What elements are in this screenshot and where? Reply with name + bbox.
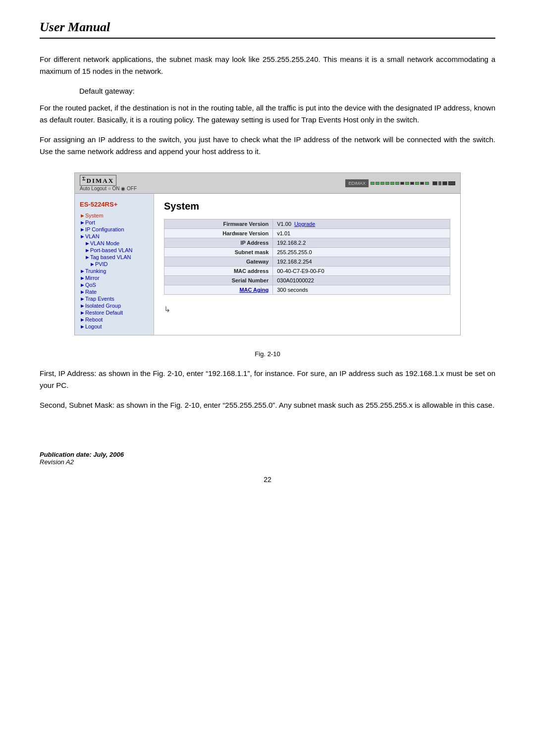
mac-aging-link[interactable]: MAC Aging [239, 287, 268, 293]
label-subnet: Subnet mask [164, 248, 273, 257]
sidebar-item-vlan[interactable]: ►VLAN [75, 233, 154, 240]
table-row: Subnet mask 255.255.255.0 [164, 248, 450, 257]
switch-panel: EDIMAX [345, 179, 455, 187]
cursor-indicator: ↳ [164, 305, 450, 314]
paragraph-5: Second, Subnet Mask: as shown in the Fig… [40, 399, 495, 411]
publication-date: Publication date: July, 2006 [40, 451, 495, 458]
label-mac-aging[interactable]: MAC Aging [164, 285, 273, 295]
value-mac-aging: 300 seconds [273, 285, 450, 295]
sidebar-item-tag-vlan[interactable]: ►Tag based VLAN [75, 254, 154, 261]
sidebar-item-trap[interactable]: ►Trap Events [75, 295, 154, 302]
system-table: Firmware Version V1.00 Upgrade Hardware … [164, 219, 450, 295]
sidebar-item-trunking[interactable]: ►Trunking [75, 268, 154, 274]
screenshot-figure: ΣDIMAX Auto Logout ○ ON ◉ OFF EDIMAX [74, 172, 461, 335]
sidebar-item-isolated[interactable]: ►Isolated Group [75, 302, 154, 309]
label-ip: IP Address [164, 238, 273, 248]
table-row: Serial Number 030A01000022 [164, 276, 450, 285]
sidebar-item-port[interactable]: ►Port [75, 219, 154, 226]
sidebar-item-port-vlan[interactable]: ►Port-based VLAN [75, 247, 154, 254]
port-indicators [371, 181, 455, 185]
paragraph-1: For different network applications, the … [40, 54, 495, 77]
page-number: 22 [40, 476, 495, 484]
table-row: MAC Aging 300 seconds [164, 285, 450, 295]
label-gateway: Gateway [164, 257, 273, 267]
edimax-logo: ΣDIMAX Auto Logout ○ ON ◉ OFF [80, 175, 137, 191]
auto-logout-text: Auto Logout ○ ON ◉ OFF [80, 186, 137, 191]
label-mac: MAC address [164, 267, 273, 276]
value-firmware: V1.00 Upgrade [273, 219, 450, 229]
product-name: ES-5224RS+ [75, 199, 154, 212]
paragraph-4: First, IP Address: as shown in the Fig. … [40, 368, 495, 391]
value-ip: 192.168.2.2 [273, 238, 450, 248]
value-serial: 030A01000022 [273, 276, 450, 285]
sidebar-item-vlan-mode[interactable]: ►VLAN Mode [75, 240, 154, 247]
page-title: User Manual [40, 20, 110, 34]
label-hardware: Hardware Version [164, 229, 273, 238]
paragraph-2: For the routed packet, if the destinatio… [40, 102, 495, 126]
fig-caption: Fig. 2-10 [40, 350, 495, 358]
sidebar-item-logout[interactable]: ►Logout [75, 323, 154, 330]
ui-topbar: ΣDIMAX Auto Logout ○ ON ◉ OFF EDIMAX [75, 173, 460, 194]
table-row: IP Address 192.168.2.2 [164, 238, 450, 248]
sidebar-item-qos[interactable]: ►QoS [75, 281, 154, 288]
value-subnet: 255.255.255.0 [273, 248, 450, 257]
table-row: Gateway 192.168.2.254 [164, 257, 450, 267]
default-gateway-label: Default gateway: [79, 85, 495, 97]
table-row: Firmware Version V1.00 Upgrade [164, 219, 450, 229]
sidebar-item-reboot[interactable]: ►Reboot [75, 316, 154, 323]
upgrade-link[interactable]: Upgrade [294, 221, 315, 227]
value-hardware: v1.01 [273, 229, 450, 238]
ui-main: ES-5224RS+ ►System ►Port ►IP Configurati… [75, 194, 460, 335]
sidebar-item-pvid[interactable]: ►PVID [75, 261, 154, 268]
value-gateway: 192.168.2.254 [273, 257, 450, 267]
revision: Revision A2 [40, 458, 495, 466]
ui-content: System Firmware Version V1.00 Upgrade Ha… [154, 194, 460, 335]
sidebar-item-ip-config[interactable]: ►IP Configuration [75, 226, 154, 233]
page-header: User Manual [40, 20, 495, 39]
sidebar-item-mirror[interactable]: ►Mirror [75, 274, 154, 281]
table-row: MAC address 00-40-C7-E9-00-F0 [164, 267, 450, 276]
page-footer: Publication date: July, 2006 Revision A2 [40, 451, 495, 466]
table-row: Hardware Version v1.01 [164, 229, 450, 238]
sidebar-item-rate[interactable]: ►Rate [75, 288, 154, 295]
value-mac: 00-40-C7-E9-00-F0 [273, 267, 450, 276]
label-serial: Serial Number [164, 276, 273, 285]
paragraph-3: For assigning an IP address to the switc… [40, 134, 495, 158]
content-title: System [164, 201, 450, 212]
sidebar-item-system[interactable]: ►System [75, 212, 154, 219]
ui-sidebar: ES-5224RS+ ►System ►Port ►IP Configurati… [75, 194, 154, 335]
label-firmware: Firmware Version [164, 219, 273, 229]
sidebar-item-restore[interactable]: ►Restore Default [75, 309, 154, 316]
